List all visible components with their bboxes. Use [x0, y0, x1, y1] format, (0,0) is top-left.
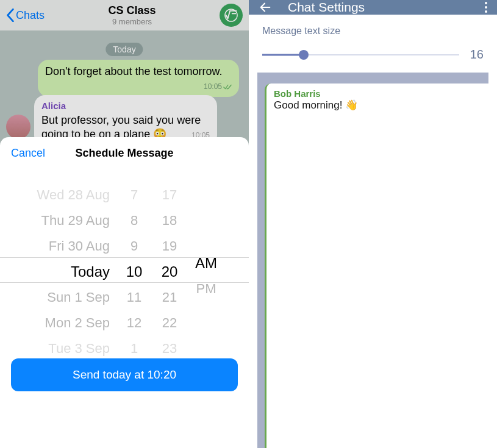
cancel-button[interactable]: Cancel: [11, 147, 45, 160]
send-schedule-button[interactable]: Send today at 10:20: [11, 358, 238, 391]
chat-settings-screen: Chat Settings Message text size 16 Bob H…: [249, 0, 497, 448]
preview-line1: Good morning! 👋: [274, 99, 497, 112]
text-size-section: Message text size 16: [249, 15, 497, 68]
chat-preview: Bob Harris Good morning! 👋 Do you know w…: [257, 73, 488, 448]
sheet-title: Schedule Message: [75, 147, 173, 160]
picker-selection-band: [0, 257, 249, 283]
slider-thumb[interactable]: [299, 50, 309, 60]
schedule-sheet: Cancel Schedule Message Wed 28 Aug Thu 2…: [0, 137, 249, 448]
sheet-header: Cancel Schedule Message: [0, 147, 249, 168]
preview-sender: Bob Harris: [274, 88, 497, 99]
settings-title: Chat Settings: [288, 0, 365, 15]
settings-header: Chat Settings: [249, 0, 497, 15]
text-size-value: 16: [470, 48, 484, 62]
datetime-picker[interactable]: Wed 28 Aug Thu 29 Aug Fri 30 Aug Today S…: [0, 185, 249, 344]
back-arrow-icon[interactable]: [259, 1, 272, 14]
text-size-slider-row: 16: [262, 48, 484, 62]
text-size-slider[interactable]: [262, 49, 459, 61]
more-menu-icon[interactable]: [485, 2, 487, 13]
slider-fill: [262, 54, 304, 55]
text-size-label: Message text size: [262, 26, 484, 37]
ios-schedule-screen: Chats CS Class 9 members Today Don't for…: [0, 0, 249, 448]
preview-bubble-in: Bob Harris Good morning! 👋: [265, 84, 497, 448]
